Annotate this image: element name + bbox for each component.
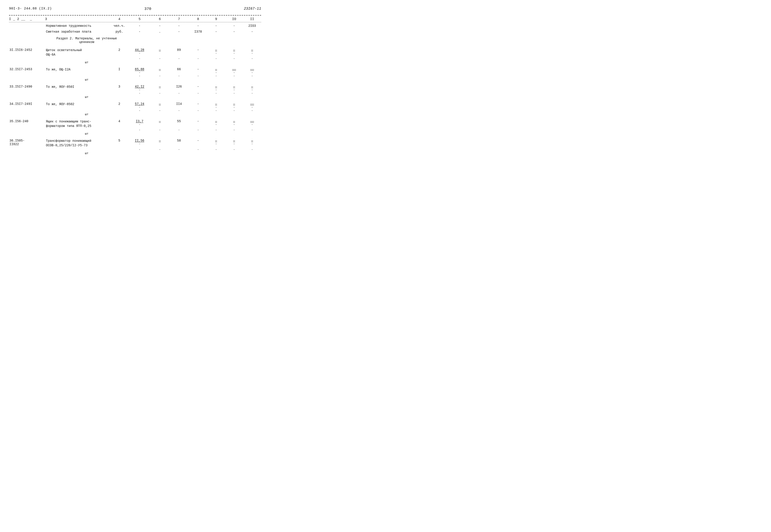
ir2-c2 bbox=[34, 29, 45, 34]
item-sub-c7-1: - bbox=[189, 74, 207, 78]
item-sub-c4-0: - bbox=[128, 57, 151, 60]
item-sub-c2-0 bbox=[45, 57, 110, 60]
item-main-row-4: 35.I56-240Ящик с понижающим транс-формат… bbox=[9, 119, 261, 128]
item-sub-c7-4: - bbox=[189, 128, 207, 132]
ir2-c5: - bbox=[128, 29, 151, 34]
item-unit-0: шт bbox=[45, 61, 110, 64]
item-block-5: 36.I505-II022Трансформатор понижающийОСО… bbox=[9, 139, 261, 155]
item-sub-c4-1: - bbox=[128, 74, 151, 78]
item-sub-c6-3: - bbox=[169, 109, 189, 112]
item-sub-c2-5 bbox=[45, 148, 110, 151]
item-block-3: 34.I5I7-249IТо же, ЯОУ-8502257,24-— II4-… bbox=[9, 102, 261, 116]
item-sub-c9-3: - bbox=[225, 109, 243, 112]
item-sub-c6-4: - bbox=[169, 128, 189, 132]
ir1-c6: - bbox=[151, 24, 169, 28]
item-sub-row-2: ------- bbox=[9, 92, 261, 95]
ir2-c8: I378 bbox=[189, 29, 207, 34]
item-sub-c0-2 bbox=[9, 92, 34, 95]
item-c11-0: —- bbox=[243, 48, 261, 55]
item-sub-c10-3: - bbox=[243, 109, 261, 112]
item-name-2: То же, ЯОУ-850I bbox=[45, 85, 110, 90]
item-unit-row-4: шт bbox=[9, 132, 261, 135]
ir2-c3: Сметная заработная плата bbox=[45, 29, 110, 34]
ir1-c5: - bbox=[128, 24, 151, 28]
item-sub-c8-3: - bbox=[207, 109, 225, 112]
item-id-2: 33.I5I7-2490 bbox=[9, 85, 34, 89]
item-c11-1: ——- bbox=[243, 67, 261, 74]
item-sub-c5-3: - bbox=[151, 109, 169, 112]
item-id-5: 36.I505-II022 bbox=[9, 139, 34, 146]
item-c11-2: —- bbox=[243, 85, 261, 92]
ir2-c10: - bbox=[225, 29, 243, 34]
ir1-c11: 2IO3 bbox=[243, 24, 261, 28]
column-headers: I _ 2 __ _ 3 4 5 6 7 8 9 IO II bbox=[9, 17, 261, 22]
item-c9-0: —- bbox=[207, 48, 225, 55]
item-main-row-1: 32.I5I7-2453То же, ОЩ-I2АI65,88-— 66-—-—… bbox=[9, 67, 261, 74]
item-block-4: 35.I56-240Ящик с понижающим транс-формат… bbox=[9, 119, 261, 135]
item-sub-c2-1 bbox=[45, 74, 110, 78]
item-sub-c9-2: - bbox=[225, 92, 243, 95]
item-c6-3: — bbox=[151, 102, 169, 109]
item-sub-c8-1: - bbox=[207, 74, 225, 78]
header: 90I-3- 244.88 (IX.2) 370 23I67-11 bbox=[9, 7, 261, 11]
item-c8-0: - bbox=[189, 48, 207, 52]
item-name-0: Щиток осветительныйОЩ-6А bbox=[45, 48, 110, 57]
item-sub-c3-3 bbox=[110, 109, 128, 112]
ir1-c3: Нормативная трудоемкость bbox=[45, 24, 110, 28]
item-c7-4: 55 bbox=[169, 119, 189, 123]
ir2-c11: - bbox=[243, 29, 261, 34]
item-unit-row-0: шт bbox=[9, 61, 261, 64]
item-sub-c10-0: - bbox=[243, 57, 261, 60]
item-id-0: 3I.I5I6-2452 bbox=[9, 48, 34, 52]
item-sub-c6-5: - bbox=[169, 148, 189, 151]
item-c6-2: — bbox=[151, 85, 169, 92]
item-sub-c9-4: - bbox=[225, 128, 243, 132]
header-right: 23I67-11 bbox=[244, 7, 261, 11]
item-sub-c4-5: - bbox=[128, 148, 151, 151]
item-c10-1: ——- bbox=[225, 67, 243, 74]
item-sub-c1-2 bbox=[34, 92, 45, 95]
item-price-0: 44,28- bbox=[128, 48, 151, 55]
item-c8-5: - bbox=[189, 139, 207, 143]
item-sub-c0-1 bbox=[9, 74, 34, 78]
item-c7-3: II4 bbox=[169, 102, 189, 106]
ir2-c6: . bbox=[151, 29, 169, 34]
item-sub-c5-4: - bbox=[151, 128, 169, 132]
item-c10-0: —- bbox=[225, 48, 243, 55]
item-price-4: I3,7- bbox=[128, 119, 151, 126]
info-row-2: Сметная заработная плата руб. - . - I378… bbox=[9, 29, 261, 34]
item-sub-row-0: ------- bbox=[9, 57, 261, 60]
item-sub-c8-5: - bbox=[207, 148, 225, 151]
item-qty-2: 3 bbox=[110, 85, 128, 89]
col-header-8: 8 bbox=[189, 17, 207, 21]
col-header-5: 5 bbox=[128, 17, 151, 21]
item-unit-row-5: шт bbox=[9, 152, 261, 155]
item-unit-1: шт bbox=[45, 78, 110, 81]
item-price-2: 42,I2- bbox=[128, 85, 151, 92]
item-sub-c1-4 bbox=[34, 128, 45, 132]
item-c9-4: —- bbox=[207, 119, 225, 126]
item-sub-c8-4: - bbox=[207, 128, 225, 132]
item-sub-row-5: ------- bbox=[9, 148, 261, 151]
col-header-spacer bbox=[34, 17, 45, 21]
sh-c2 bbox=[34, 36, 45, 45]
item-c7-0: 89 bbox=[169, 48, 189, 52]
item-c6-4: — bbox=[151, 119, 169, 126]
item-c8-1: - bbox=[189, 67, 207, 71]
ir1-c8: - bbox=[189, 24, 207, 28]
item-sub-c5-1: - bbox=[151, 74, 169, 78]
item-sub-c10-4: - bbox=[243, 128, 261, 132]
item-sub-row-3: ------- bbox=[9, 109, 261, 112]
item-sub-c9-5: - bbox=[225, 148, 243, 151]
item-qty-0: 2 bbox=[110, 48, 128, 52]
info-row-1: Нормативная трудоемкость чел.ч. - - - - … bbox=[9, 24, 261, 28]
item-c10-3: —- bbox=[225, 102, 243, 109]
item-sub-c3-1 bbox=[110, 74, 128, 78]
item-c7-5: 58 bbox=[169, 139, 189, 143]
item-sub-c1-5 bbox=[34, 148, 45, 151]
item-sub-c6-0: - bbox=[169, 57, 189, 60]
item-c6-1: — bbox=[151, 67, 169, 74]
item-id-3: 34.I5I7-249I bbox=[9, 102, 34, 106]
item-qty-5: 5 bbox=[110, 139, 128, 143]
item-c6-5: — bbox=[151, 139, 169, 146]
